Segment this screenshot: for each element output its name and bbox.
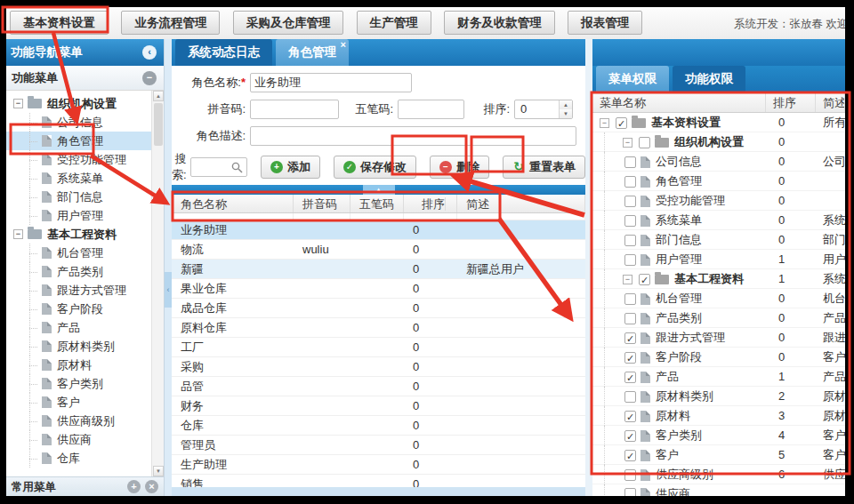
menu-business-flow[interactable]: 业务流程管理 (121, 11, 220, 35)
menu-finance[interactable]: 财务及收款管理 (444, 11, 555, 35)
permission-checkbox[interactable] (624, 469, 636, 481)
permission-row[interactable]: 供应商 (592, 484, 845, 496)
sidebar-tree-item[interactable]: 用户管理 (6, 206, 151, 225)
scroll-up-icon[interactable]: ▲ (153, 91, 164, 101)
col-wubi[interactable]: 五笔码 (350, 195, 404, 212)
collapse-up-icon[interactable]: ▲ (363, 185, 395, 195)
permission-checkbox[interactable] (624, 391, 636, 403)
permission-row[interactable]: 部门信息0部门信 (592, 230, 845, 250)
col-role-name[interactable]: 角色名称 (172, 195, 294, 212)
sidebar-tree-item[interactable]: 公司信息 (6, 113, 151, 132)
permission-row[interactable]: ✓客户阶段0客户阶 (592, 348, 845, 367)
sidebar-tree-item[interactable]: 受控功能管理 (6, 150, 151, 169)
permission-row[interactable]: ✓产品1产品管 (592, 367, 845, 387)
permission-checkbox[interactable]: ✓ (624, 430, 636, 442)
delete-button[interactable]: − 删除 (430, 156, 489, 179)
permission-checkbox[interactable]: ✓ (624, 411, 636, 422)
menu-basic-data[interactable]: 基本资料设置 (10, 11, 109, 35)
role-table-row[interactable]: 工厂0 (172, 338, 585, 357)
horizontal-scrollbar[interactable] (172, 487, 585, 496)
sidebar-tree-item[interactable]: 仓库 (6, 449, 151, 468)
right-panel-splitter[interactable] (585, 39, 592, 496)
permission-checkbox[interactable]: ✓ (639, 274, 650, 285)
tab-menu-permission[interactable]: 菜单权限 (596, 66, 669, 92)
permission-row[interactable]: −组织机构设置0 (592, 132, 845, 152)
sidebar-tree-item[interactable]: 跟进方式管理 (6, 281, 151, 300)
permission-row[interactable]: 公司信息0公司信 (592, 152, 845, 172)
col-perm-desc[interactable]: 简述 (816, 92, 845, 112)
role-table-row[interactable]: 管理员0 (172, 436, 585, 455)
expander-icon[interactable]: − (13, 99, 23, 108)
sidebar-tree-item[interactable]: 客户 (6, 393, 151, 412)
permission-row[interactable]: ✓原材料3原材料 (592, 406, 845, 426)
permission-row[interactable]: −✓基本资料设置0所有基 (592, 113, 845, 132)
scroll-down-icon[interactable]: ▼ (153, 466, 164, 476)
sidebar-tree-item[interactable]: 供应商级别 (6, 412, 151, 430)
sidebar-scrollbar[interactable]: ▲ ▼ (151, 91, 164, 476)
permission-row[interactable]: 原材料类别2原材料 (592, 387, 845, 406)
permission-checkbox[interactable]: ✓ (624, 450, 636, 461)
permission-row[interactable]: −✓基本工程资料1系统用 (592, 269, 845, 289)
col-desc[interactable]: 简述 (457, 195, 585, 212)
role-table-row[interactable]: 品管0 (172, 377, 585, 396)
permission-checkbox[interactable] (624, 176, 636, 188)
tab-function-permission[interactable]: 功能权限 (673, 66, 745, 92)
col-sort[interactable]: 排序 ↓ (404, 195, 457, 212)
stepper-down-icon[interactable]: ▼ (560, 109, 572, 118)
collapse-splitter-bar[interactable]: ▲ (172, 185, 585, 195)
permission-checkbox[interactable]: ✓ (624, 332, 636, 344)
sidebar-tree-item[interactable]: 原材料类别 (6, 337, 151, 356)
permission-row[interactable]: 供应商级别6供应商 (592, 465, 845, 484)
sidebar-tree-item[interactable]: 客户阶段 (6, 300, 151, 318)
sidebar-tree-item[interactable]: 角色管理 (6, 132, 151, 150)
save-changes-button[interactable]: ✓ 保存修改 (334, 156, 416, 179)
menu-production[interactable]: 生产管理 (357, 11, 431, 35)
filter-row[interactable] (172, 213, 585, 220)
permission-checkbox[interactable] (624, 254, 636, 266)
menu-report[interactable]: 报表管理 (568, 11, 642, 35)
sidebar-tree-item[interactable]: −基本工程资料 (6, 225, 151, 244)
role-table-row[interactable]: 销售0 (172, 475, 585, 487)
permission-checkbox[interactable] (624, 215, 636, 227)
role-table-row[interactable]: 财务0 (172, 396, 585, 416)
permission-row[interactable]: ✓客户类别4客户类 (592, 426, 845, 445)
sidebar-tree-item[interactable]: 系统菜单 (6, 169, 151, 188)
sidebar-tree-item[interactable]: 原材料 (6, 356, 151, 374)
sidebar-section-header[interactable]: 功能菜单 − (6, 66, 164, 91)
wubi-input[interactable] (398, 100, 464, 119)
sidebar-tree-item[interactable]: 产品类别 (6, 262, 151, 281)
permission-checkbox[interactable] (624, 313, 636, 324)
permission-checkbox[interactable] (639, 137, 650, 148)
add-button[interactable]: + 添加 (261, 156, 320, 179)
role-table-row[interactable]: 采购0 (172, 357, 585, 377)
menu-purchase-warehouse[interactable]: 采购及仓库管理 (233, 11, 344, 35)
role-table-row[interactable]: 仓库0 (172, 416, 585, 436)
permission-checkbox[interactable]: ✓ (624, 372, 636, 383)
permission-row[interactable]: 产品类别0产品类 (592, 308, 845, 328)
role-table-row[interactable]: 新疆0新疆总用户 (172, 260, 585, 279)
expander-icon[interactable]: − (623, 275, 632, 284)
expander-icon[interactable]: − (600, 118, 609, 128)
role-table-row[interactable]: 业务助理0 (172, 220, 585, 240)
expander-icon[interactable]: − (623, 138, 632, 148)
col-pinyin[interactable]: 拼音码 (294, 195, 350, 212)
role-table-row[interactable]: 原料仓库0 (172, 318, 585, 338)
permission-row[interactable]: 机台管理0机台管 (592, 289, 845, 308)
sidebar-tree-item[interactable]: −组织机构设置 (6, 94, 151, 113)
sidebar-tree-item[interactable]: 部门信息 (6, 188, 151, 206)
stepper-up-icon[interactable]: ▲ (560, 100, 572, 109)
sidebar-tree-item[interactable]: 机台管理 (6, 244, 151, 262)
permission-row[interactable]: ✓跟进方式管理0跟进方 (592, 328, 845, 348)
splitter-grip-icon[interactable]: ‹ (165, 272, 172, 308)
sidebar-splitter[interactable]: ‹ (165, 39, 172, 496)
permission-checkbox[interactable] (624, 488, 636, 496)
close-tab-icon[interactable]: × (341, 39, 346, 50)
collapse-sidebar-icon[interactable]: ‹ (142, 45, 157, 60)
role-desc-input[interactable] (250, 126, 576, 146)
permission-checkbox[interactable]: ✓ (624, 352, 636, 364)
col-perm-sort[interactable]: 排序 (766, 92, 816, 112)
role-table-row[interactable]: 物流wuliu0 (172, 240, 585, 260)
sidebar-footer[interactable]: 常用菜单 + × (6, 476, 164, 496)
permission-row[interactable]: 角色管理0 (592, 172, 845, 191)
remove-favorite-icon[interactable]: × (145, 480, 158, 493)
